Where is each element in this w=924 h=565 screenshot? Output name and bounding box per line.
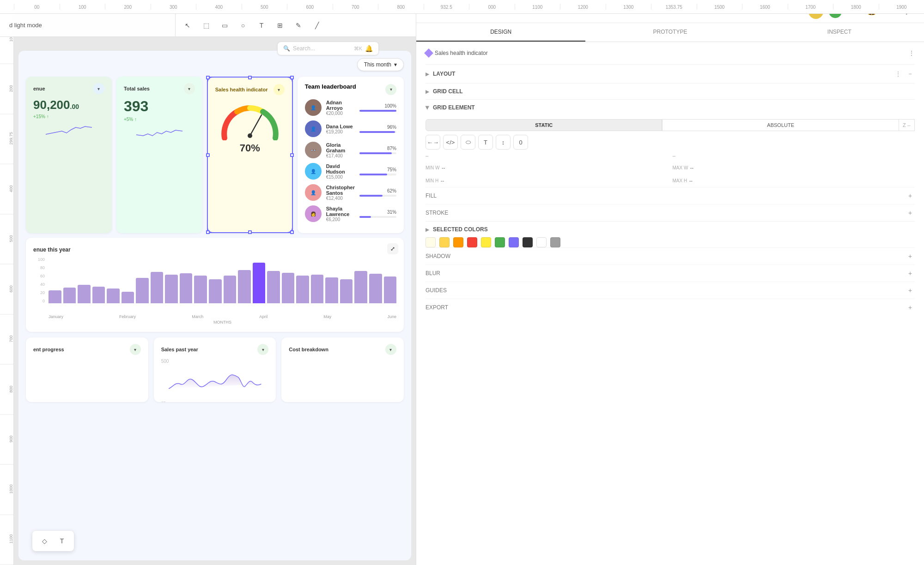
expand-chart-button[interactable]: ⤢ xyxy=(387,243,398,254)
layout-section-header[interactable]: ▶ LAYOUT ⋮ − xyxy=(426,64,915,83)
handle-bl[interactable] xyxy=(206,230,210,234)
blur-add-button[interactable]: + xyxy=(906,269,915,278)
color-swatch[interactable] xyxy=(509,237,519,247)
selected-colors-section-header[interactable]: ▶ SELECTED COLORS xyxy=(426,221,915,237)
color-swatch[interactable] xyxy=(481,237,491,247)
leader-bar xyxy=(359,152,392,154)
text-float-tool[interactable]: T xyxy=(55,535,68,547)
arrow-tool[interactable]: ↖ xyxy=(180,18,195,33)
this-month-button[interactable]: This month ▾ xyxy=(357,58,404,71)
min-h-label: MIN H xyxy=(426,178,438,183)
frame-tool[interactable]: ⬚ xyxy=(199,18,213,33)
health-title: Sales health indicator xyxy=(215,87,268,92)
tab-prototype[interactable]: PROTOTYPE xyxy=(585,23,754,42)
handle-mr[interactable] xyxy=(290,153,294,157)
grid-element-section-header[interactable]: ▶ GRID ELEMENT xyxy=(426,99,915,115)
cost-breakdown-title: Cost breakdown xyxy=(289,347,328,352)
bar xyxy=(122,292,134,303)
layout-dots-button[interactable]: ⋮ xyxy=(894,69,903,78)
handle-br[interactable] xyxy=(290,230,294,234)
code-icon[interactable]: </> xyxy=(443,135,458,150)
ruler-left-mark: 700 xyxy=(0,314,13,365)
canvas-search-bar[interactable]: 🔍 Search... ⌘K 🔔 xyxy=(277,42,379,55)
color-swatch[interactable] xyxy=(426,237,436,247)
circle-tool[interactable]: ○ xyxy=(236,18,250,33)
pencil-tool[interactable]: ✎ xyxy=(291,18,306,33)
health-dropdown-btn[interactable]: ▾ xyxy=(274,84,285,95)
selected-colors-chevron-icon: ▶ xyxy=(426,227,429,232)
handle-tr[interactable] xyxy=(290,76,294,79)
handle-bm[interactable] xyxy=(248,230,252,234)
text-align-icon[interactable]: T xyxy=(478,135,493,150)
absolute-tab[interactable]: ABSOLUTE xyxy=(662,119,899,131)
pill-icon[interactable]: ⬭ xyxy=(461,135,475,150)
ruler-mark: 1200 xyxy=(560,4,606,10)
revenue-cents: .00 xyxy=(70,103,79,110)
handle-tm[interactable] xyxy=(248,76,252,79)
resize-vertical-icon[interactable]: ↕ xyxy=(496,135,511,150)
ruler-left-mark: 1000 xyxy=(0,465,13,515)
max-w-value: -- xyxy=(690,165,693,170)
leader-name: Adnan Arroyo xyxy=(326,100,355,111)
color-swatch[interactable] xyxy=(439,237,450,247)
leader-pct: 100% xyxy=(384,103,396,108)
leader-item: 👤 Dana Lowe €19,200 96% xyxy=(305,120,396,137)
ruler-marks: 00 100 200 300 400 500 600 700 800 932.5… xyxy=(0,4,924,10)
leader-info: Christopher Santos €12,400 xyxy=(326,185,355,201)
ruler-mark: 932.5 xyxy=(424,4,469,10)
color-swatch[interactable] xyxy=(495,237,505,247)
color-swatch[interactable] xyxy=(536,237,547,247)
shadow-add-button[interactable]: + xyxy=(906,252,915,261)
image-tool[interactable]: ⊞ xyxy=(273,18,287,33)
panel-more-button[interactable]: ⋮ xyxy=(908,49,915,57)
layout-minus-button[interactable]: − xyxy=(906,69,915,78)
bar xyxy=(136,278,149,303)
bottom-row: ent progress ▾ Sales past year ▾ 500 xyxy=(26,337,404,402)
ruler-top: 00 100 200 300 400 500 600 700 800 932.5… xyxy=(0,0,924,14)
grid-cell-section-header[interactable]: ▶ GRID CELL xyxy=(426,83,915,99)
tab-inspect[interactable]: INSPECT xyxy=(755,23,924,42)
max-h-label: MAX H xyxy=(673,178,687,183)
dimensions-row: -- -- xyxy=(426,153,915,159)
dropdown-chevron-icon: ▾ xyxy=(394,61,397,68)
notification-icon[interactable]: 🔔 xyxy=(365,45,373,52)
color-swatch[interactable] xyxy=(467,237,477,247)
bar xyxy=(354,271,367,303)
handle-tl[interactable] xyxy=(206,76,210,79)
guides-add-button[interactable]: + xyxy=(906,286,915,295)
leader-avatar-adnan: 👤 xyxy=(305,99,322,116)
handle-ml[interactable] xyxy=(206,153,210,157)
text-tool[interactable]: T xyxy=(254,18,269,33)
zero-icon[interactable]: 0 xyxy=(513,135,528,150)
rect-tool[interactable]: ▭ xyxy=(217,18,232,33)
panel-tabs: DESIGN PROTOTYPE INSPECT xyxy=(416,23,924,42)
grid-element-tabs: STATIC ABSOLUTE Z -- xyxy=(426,119,915,131)
y-axis-labels: 100806040200 xyxy=(33,257,45,313)
canvas-area: 🔍 Search... ⌘K 🔔 This month ▾ enue ▾ 90,… xyxy=(14,37,416,565)
export-add-button[interactable]: + xyxy=(906,303,915,312)
diamond-tool[interactable]: ◇ xyxy=(38,535,51,547)
color-swatch[interactable] xyxy=(523,237,533,247)
revenue-card: enue ▾ 90,200.00 +15% ↑ xyxy=(26,77,112,233)
line-tool[interactable]: ╱ xyxy=(310,18,324,33)
progress-dropdown-btn[interactable]: ▾ xyxy=(130,344,141,355)
revenue-dropdown-btn[interactable]: ▾ xyxy=(93,83,104,94)
leader-bar xyxy=(359,131,395,133)
ruler-mark: 700 xyxy=(333,4,378,10)
sales-dropdown-btn[interactable]: ▾ xyxy=(184,83,195,94)
leader-item: 👓 Gloria Graham €17,400 87% xyxy=(305,142,396,158)
tab-design[interactable]: DESIGN xyxy=(416,23,585,42)
static-tab[interactable]: STATIC xyxy=(426,119,662,131)
resize-horizontal-icon[interactable]: ←→ xyxy=(426,135,440,150)
search-icon: 🔍 xyxy=(283,45,290,52)
bar xyxy=(282,273,295,303)
color-swatch[interactable] xyxy=(550,237,560,247)
fill-add-button[interactable]: + xyxy=(906,191,915,200)
stroke-add-button[interactable]: + xyxy=(906,208,915,217)
ruler-mark: 500 xyxy=(242,4,287,10)
color-swatch[interactable] xyxy=(453,237,463,247)
health-indicator-card: Sales health indicator ▾ 70% xyxy=(207,77,293,233)
sales-past-year-dropdown-btn[interactable]: ▾ xyxy=(257,344,268,355)
leaderboard-dropdown-btn[interactable]: ▾ xyxy=(385,84,396,95)
cost-dropdown-btn[interactable]: ▾ xyxy=(385,344,396,355)
